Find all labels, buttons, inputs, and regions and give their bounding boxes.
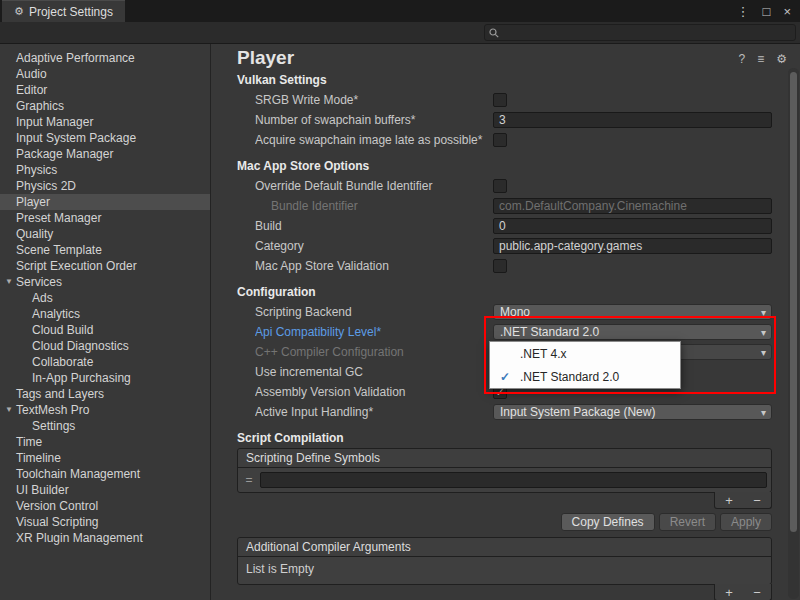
foldout-expanded-icon[interactable]: ▼ — [2, 274, 16, 290]
additional-compiler-arguments-header: Additional Compiler Arguments — [238, 538, 771, 557]
build-field[interactable]: 0 — [493, 218, 772, 234]
prop-label: C++ Compiler Configuration — [255, 345, 493, 359]
sidebar-item-editor[interactable]: Editor — [0, 82, 210, 98]
foldout-expanded-icon[interactable]: ▼ — [2, 402, 16, 418]
popup-option-label: .NET Standard 2.0 — [520, 370, 619, 384]
define-symbols-list-footer: + − — [714, 492, 772, 509]
api-compatibility-level-dropdown[interactable]: .NET Standard 2.0▾ — [493, 324, 772, 340]
prop-row-acquire-swapchain-image-late-as-possible: Acquire swapchain image late as possible… — [211, 130, 800, 150]
search-box[interactable] — [484, 24, 796, 41]
define-symbol-row: = — [242, 472, 767, 488]
close-icon[interactable]: × — [783, 4, 791, 19]
api-compatibility-popup: .NET 4.x✓.NET Standard 2.0 — [489, 341, 681, 389]
active-input-handling-dropdown[interactable]: Input System Package (New)▾ — [493, 404, 772, 420]
sidebar-item-cloud-diagnostics[interactable]: Cloud Diagnostics — [0, 338, 210, 354]
category-field[interactable]: public.app-category.games — [493, 238, 772, 254]
sidebar-item-player[interactable]: Player — [0, 194, 210, 210]
scrollbar-thumb[interactable] — [790, 72, 797, 532]
sidebar-item-toolchain-management[interactable]: Toolchain Management — [0, 466, 210, 482]
tab-project-settings[interactable]: ⚙ Project Settings — [2, 0, 125, 22]
sidebar: Adaptive PerformanceAudioEditorGraphicsI… — [0, 44, 211, 600]
sidebar-item-timeline[interactable]: Timeline — [0, 450, 210, 466]
sidebar-item-physics[interactable]: Physics — [0, 162, 210, 178]
srgb-write-mode-checkbox[interactable] — [493, 93, 507, 107]
sidebar-item-version-control[interactable]: Version Control — [0, 498, 210, 514]
scripting-define-symbols-body: = — [238, 468, 771, 492]
search-input[interactable] — [503, 27, 791, 39]
sidebar-item-quality[interactable]: Quality — [0, 226, 210, 242]
sidebar-item-textmesh-pro[interactable]: ▼TextMesh Pro — [0, 402, 210, 418]
sidebar-item-audio[interactable]: Audio — [0, 66, 210, 82]
help-icon[interactable]: ? — [739, 52, 746, 66]
sidebar-item-label: Collaborate — [32, 354, 93, 370]
main-scrollbar[interactable] — [788, 68, 799, 599]
sidebar-item-time[interactable]: Time — [0, 434, 210, 450]
dropdown-arrow-icon: ▾ — [761, 407, 766, 418]
mac-app-store-validation-checkbox[interactable] — [493, 259, 507, 273]
bundle-identifier-field[interactable]: com.DefaultCompany.Cinemachine — [493, 198, 772, 214]
sidebar-item-visual-scripting[interactable]: Visual Scripting — [0, 514, 210, 530]
section-title-script-compilation: Script Compilation — [237, 428, 800, 448]
sidebar-item-ads[interactable]: Ads — [0, 290, 210, 306]
sidebar-item-scene-template[interactable]: Scene Template — [0, 242, 210, 258]
compiler-arguments-empty-text: List is Empty — [238, 557, 771, 584]
apply-button[interactable]: Apply — [720, 513, 772, 531]
remove-define-button[interactable]: − — [753, 494, 761, 507]
prop-label: Use incremental GC — [255, 365, 493, 379]
sidebar-item-label: Scene Template — [16, 242, 102, 258]
prop-label: Scripting Backend — [255, 305, 493, 319]
sidebar-item-in-app-purchasing[interactable]: In-App Purchasing — [0, 370, 210, 386]
tab-title: Project Settings — [29, 5, 113, 19]
revert-button[interactable]: Revert — [659, 513, 716, 531]
section-script-compilation: Script Compilation Scripting Define Symb… — [211, 428, 800, 600]
sidebar-item-label: Package Manager — [16, 146, 113, 162]
sidebar-item-xr-plugin-management[interactable]: XR Plugin Management — [0, 530, 210, 546]
sidebar-item-physics-2d[interactable]: Physics 2D — [0, 178, 210, 194]
prop-control: Input System Package (New)▾ — [493, 404, 772, 420]
popup-option-net-standard-2-0[interactable]: ✓.NET Standard 2.0 — [490, 365, 680, 388]
number-of-swapchain-buffers-field[interactable]: 3 — [493, 112, 772, 128]
sidebar-item-tags-and-layers[interactable]: Tags and Layers — [0, 386, 210, 402]
prop-control: .NET Standard 2.0▾ — [493, 324, 772, 340]
sidebar-item-settings[interactable]: Settings — [0, 418, 210, 434]
sidebar-item-input-manager[interactable]: Input Manager — [0, 114, 210, 130]
popup-option-net-4-x[interactable]: .NET 4.x — [490, 342, 680, 365]
override-default-bundle-identifier-checkbox[interactable] — [493, 179, 507, 193]
add-define-button[interactable]: + — [725, 494, 733, 507]
scripting-backend-dropdown[interactable]: Mono▾ — [493, 304, 772, 320]
compiler-arguments-list-footer: + − — [714, 584, 772, 600]
sidebar-item-label: Version Control — [16, 498, 98, 514]
window-menu-icon[interactable]: ⋮ — [737, 4, 750, 19]
sidebar-item-input-system-package[interactable]: Input System Package — [0, 130, 210, 146]
dropdown-arrow-icon: ▾ — [761, 307, 766, 318]
sidebar-item-label: Cloud Build — [32, 322, 93, 338]
sidebar-item-label: Script Execution Order — [16, 258, 137, 274]
sidebar-item-graphics[interactable]: Graphics — [0, 98, 210, 114]
presets-icon[interactable]: ≡ — [757, 52, 764, 66]
add-argument-button[interactable]: + — [725, 586, 733, 599]
sidebar-item-collaborate[interactable]: Collaborate — [0, 354, 210, 370]
acquire-swapchain-image-late-as-possible-checkbox[interactable] — [493, 133, 507, 147]
sidebar-item-script-execution-order[interactable]: Script Execution Order — [0, 258, 210, 274]
sidebar-item-label: Input System Package — [16, 130, 136, 146]
define-symbol-input[interactable] — [260, 472, 767, 488]
prop-label: Override Default Bundle Identifier — [255, 179, 493, 193]
sidebar-item-preset-manager[interactable]: Preset Manager — [0, 210, 210, 226]
remove-argument-button[interactable]: − — [753, 586, 761, 599]
sidebar-item-ui-builder[interactable]: UI Builder — [0, 482, 210, 498]
copy-defines-button[interactable]: Copy Defines — [561, 513, 655, 531]
prop-control: 0 — [493, 218, 772, 234]
player-settings-panel: Player ?≡⚙ Vulkan SettingsSRGB Write Mod… — [211, 44, 800, 600]
sidebar-item-services[interactable]: ▼Services — [0, 274, 210, 290]
sidebar-item-analytics[interactable]: Analytics — [0, 306, 210, 322]
prop-row-api-compatibility-level: Api Compatibility Level*.NET Standard 2.… — [211, 322, 800, 342]
maximize-icon[interactable]: □ — [763, 4, 771, 19]
sidebar-item-package-manager[interactable]: Package Manager — [0, 146, 210, 162]
sidebar-item-cloud-build[interactable]: Cloud Build — [0, 322, 210, 338]
sidebar-item-label: Time — [16, 434, 42, 450]
sidebar-item-adaptive-performance[interactable]: Adaptive Performance — [0, 50, 210, 66]
more-gear-icon[interactable]: ⚙ — [776, 52, 787, 66]
prop-label: Acquire swapchain image late as possible… — [255, 133, 493, 147]
sidebar-item-label: Graphics — [16, 98, 64, 114]
drag-handle-icon[interactable]: = — [242, 473, 256, 487]
